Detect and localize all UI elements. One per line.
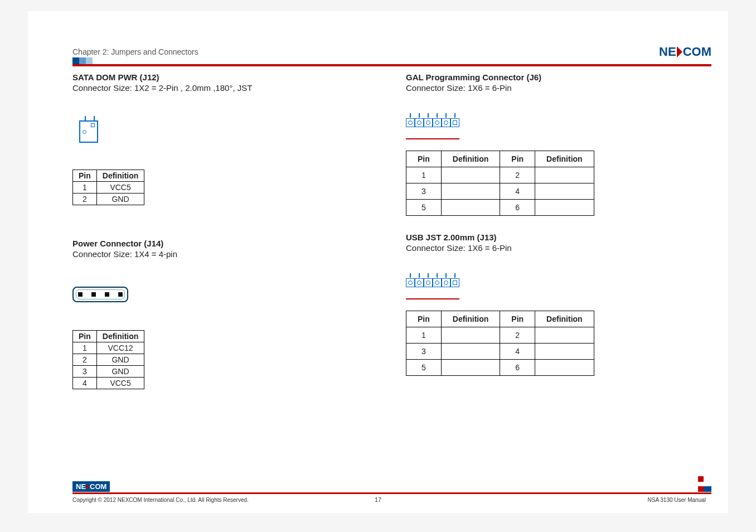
table-row: Pin Definition Pin Definition <box>406 311 594 327</box>
diagram-pin <box>80 122 89 142</box>
flag-red <box>698 476 704 482</box>
footer-corner-flag <box>698 474 711 494</box>
table-row: 5 6 <box>406 200 594 216</box>
table-row: 2 GND <box>73 194 144 205</box>
diagram-pin <box>442 278 450 287</box>
table-header-def: Definition <box>441 311 500 327</box>
cell-def: GND <box>96 194 144 205</box>
table-row: 2 GND <box>73 354 144 366</box>
cell-pin: 3 <box>406 183 442 200</box>
decor-square <box>79 57 86 64</box>
diagram-pin <box>415 118 424 127</box>
cell-def: VCC12 <box>96 342 144 354</box>
cell-def: GND <box>96 366 144 378</box>
section-subtitle: Connector Size: 1X6 = 6-Pin <box>406 243 706 253</box>
document-page: Chapter 2: Jumpers and Connectors NE COM… <box>28 11 728 513</box>
cell-def <box>535 183 594 200</box>
header-decor-squares <box>72 57 93 64</box>
cell-pin: 1 <box>73 182 97 194</box>
decor-square <box>72 57 79 64</box>
connector-diagram-6pin <box>406 275 459 299</box>
cell-pin: 3 <box>73 366 97 378</box>
cell-def: VCC5 <box>96 378 144 389</box>
table-row: 1 VCC12 <box>73 342 144 354</box>
connector-row <box>406 118 459 127</box>
pin-table-j12: Pin Definition 1 VCC5 2 GND <box>72 170 144 205</box>
left-column: SATA DOM PWR (J12) Connector Size: 1X2 =… <box>72 72 372 406</box>
cell-def: VCC5 <box>96 182 144 194</box>
footer-page-number: 17 <box>375 496 381 503</box>
cell-def <box>441 183 500 200</box>
cell-def <box>535 360 594 376</box>
table-header-pin: Pin <box>73 331 97 342</box>
cell-def <box>441 200 500 216</box>
cell-def <box>535 167 594 183</box>
table-header-def: Definition <box>96 170 144 182</box>
cell-pin: 4 <box>500 183 535 200</box>
cell-pin: 4 <box>73 378 97 389</box>
cell-pin: 2 <box>73 354 97 366</box>
table-row: 3 GND <box>73 366 144 378</box>
footer-manual-name: NSA 3130 User Manual <box>647 497 706 503</box>
section-subtitle: Connector Size: 1X2 = 2-Pin , 2.0mm ,180… <box>72 83 372 93</box>
cell-pin: 5 <box>406 360 442 376</box>
section-subtitle: Connector Size: 1X4 = 4-pin <box>72 249 372 259</box>
diagram-pin <box>89 122 97 128</box>
cell-def <box>535 200 594 216</box>
table-header-pin: Pin <box>500 151 535 167</box>
diagram-tick <box>85 116 86 120</box>
cell-pin: 1 <box>406 327 442 344</box>
flag-red <box>698 486 704 492</box>
decor-square <box>86 57 93 64</box>
logo-text-ne: NE <box>659 45 676 59</box>
connector-row <box>406 278 459 287</box>
cell-pin: 6 <box>500 200 535 216</box>
table-row: 4 VCC5 <box>73 378 144 389</box>
table-row: 1 VCC5 <box>73 182 144 194</box>
logo-arrow-icon <box>677 46 682 57</box>
cell-pin: 1 <box>73 342 97 354</box>
diagram-pin <box>118 292 123 297</box>
cell-def <box>441 327 500 344</box>
table-header-def: Definition <box>441 151 500 167</box>
logo-text-com: COM <box>683 45 711 59</box>
diagram-underline <box>406 138 459 139</box>
header-divider <box>72 64 711 66</box>
content-columns: SATA DOM PWR (J12) Connector Size: 1X2 =… <box>72 72 706 406</box>
footer-divider <box>72 492 711 494</box>
connector-diagram-6pin <box>406 115 459 139</box>
diagram-pin <box>406 118 415 127</box>
section-title: Power Connector (J14) <box>72 239 372 248</box>
diagram-pin <box>406 278 415 287</box>
cell-def <box>535 344 594 360</box>
diagram-tick <box>94 116 95 120</box>
diagram-pin <box>442 118 450 127</box>
footer-logo-ne: NE <box>76 482 86 491</box>
table-row: 3 4 <box>406 344 594 360</box>
section-subtitle: Connector Size: 1X6 = 6-Pin <box>406 83 706 93</box>
table-header-pin: Pin <box>500 311 535 327</box>
cell-pin: 2 <box>500 167 535 183</box>
diagram-pin <box>450 118 459 127</box>
cell-def <box>441 360 500 376</box>
diagram-pin <box>415 278 424 287</box>
cell-def <box>535 327 594 344</box>
table-row: 3 4 <box>406 183 594 200</box>
pin-table-j6: Pin Definition Pin Definition 1 2 3 4 <box>406 151 594 216</box>
diagram-pin <box>78 292 83 297</box>
table-header-pin: Pin <box>73 170 97 182</box>
cell-def <box>441 167 500 183</box>
diagram-underline <box>406 298 459 299</box>
cell-pin: 2 <box>500 327 535 344</box>
diagram-pin <box>433 118 442 127</box>
table-header-def: Definition <box>96 331 144 342</box>
section-title: SATA DOM PWR (J12) <box>72 72 372 82</box>
table-row: 5 6 <box>406 360 594 376</box>
chapter-label: Chapter 2: Jumpers and Connectors <box>72 47 198 56</box>
diagram-pin <box>105 292 109 297</box>
table-row: 1 2 <box>406 327 594 344</box>
table-row: Pin Definition <box>73 331 144 342</box>
table-row: Pin Definition Pin Definition <box>406 151 594 167</box>
logo-arrow-icon <box>86 484 89 490</box>
connector-diagram-2pin <box>79 120 98 143</box>
